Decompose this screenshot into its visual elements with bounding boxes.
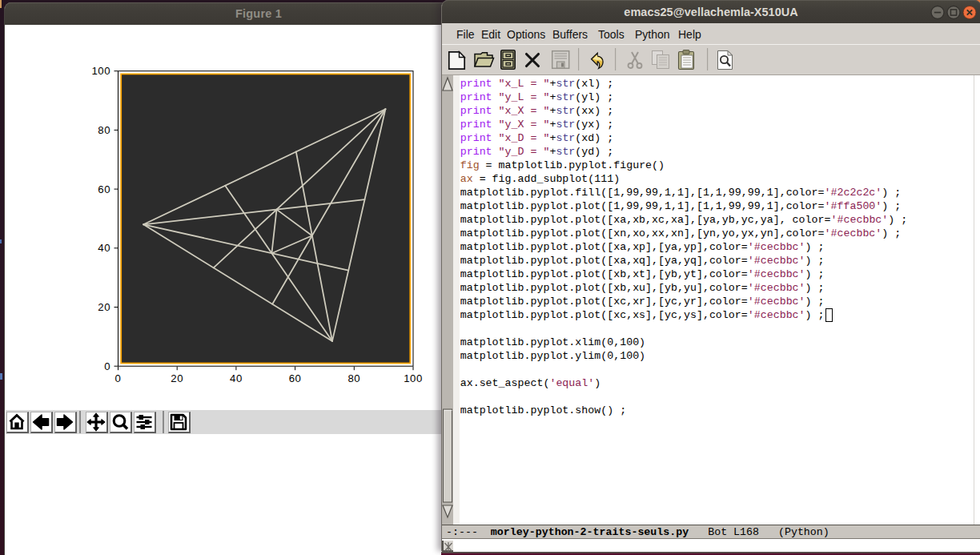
svg-text:60: 60: [289, 372, 302, 384]
svg-text:20: 20: [98, 301, 110, 313]
svg-text:80: 80: [347, 372, 360, 384]
svg-text:100: 100: [91, 65, 110, 77]
svg-text:60: 60: [98, 183, 110, 195]
svg-text:100: 100: [404, 372, 423, 384]
svg-text:40: 40: [98, 242, 110, 254]
svg-text:0: 0: [115, 372, 122, 384]
svg-text:20: 20: [171, 372, 183, 384]
svg-text:80: 80: [98, 124, 110, 136]
svg-text:0: 0: [104, 360, 110, 372]
svg-text:40: 40: [230, 372, 243, 384]
